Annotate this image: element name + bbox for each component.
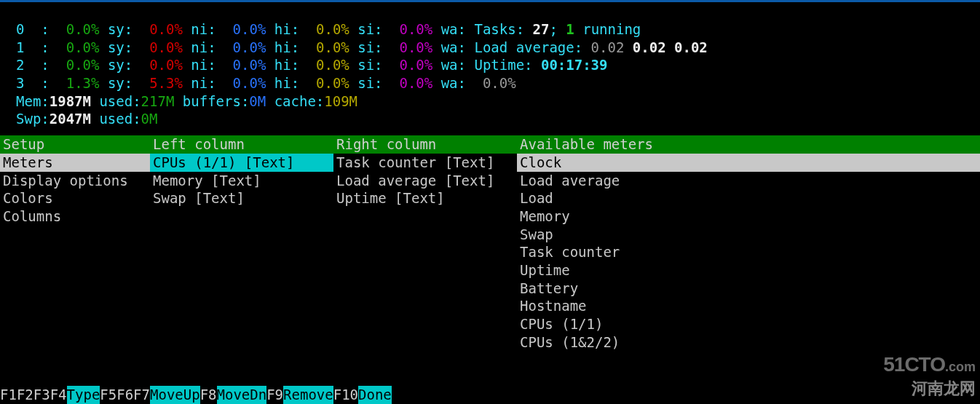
- header-stats: 0 : 0.0% sy: 0.0% ni: 0.0% hi: 0.0% si: …: [0, 0, 980, 128]
- mem-total: 1987M: [50, 93, 91, 109]
- cpu2-hi: 0.0%: [316, 57, 349, 73]
- left-column-item[interactable]: Swap [Text]: [150, 189, 333, 207]
- tasks-running: 1: [566, 21, 574, 37]
- available-meter-item[interactable]: Uptime: [517, 261, 980, 280]
- right-column-item[interactable]: Task counter [Text]: [333, 154, 517, 172]
- cpu1-us: 0.0%: [66, 39, 100, 55]
- watermark-51cto: 51CTO.com: [883, 352, 976, 378]
- mem-used: 217M: [141, 93, 175, 109]
- panel-right-column: Right column Task counter [Text]Load ave…: [333, 135, 517, 207]
- cpu1-si: 0.0%: [399, 39, 432, 55]
- watermark-site: 河南龙网: [912, 379, 976, 400]
- panel-left-header: Left column: [150, 135, 333, 154]
- fkey-f10-action[interactable]: Done: [358, 386, 392, 404]
- left-column-item[interactable]: Memory [Text]: [150, 172, 333, 190]
- fkey-f5: F5: [100, 386, 116, 404]
- available-meter-item[interactable]: Load average: [517, 172, 980, 190]
- cpu3-id: 3: [16, 75, 24, 91]
- available-meter-item[interactable]: CPUs (1/1): [517, 315, 980, 333]
- cpu1-ni: 0.0%: [233, 39, 266, 55]
- panel-right-header: Right column: [333, 135, 517, 154]
- cpu0-ni: 0.0%: [233, 21, 266, 37]
- panel-left-column: Left column CPUs (1/1) [Text]Memory [Tex…: [150, 135, 333, 207]
- available-meter-item[interactable]: Memory: [517, 207, 980, 226]
- load-3: 0.02: [674, 39, 708, 55]
- mem-cache: 109M: [324, 93, 357, 109]
- panel-avail-header: Available meters: [517, 135, 980, 154]
- available-meter-item[interactable]: Clock: [517, 154, 980, 172]
- available-meter-item[interactable]: Swap: [517, 226, 980, 244]
- tasks-total: 27: [533, 21, 550, 37]
- setup-item[interactable]: Colors: [0, 189, 150, 207]
- fkey-f9: F9: [266, 386, 283, 404]
- uptime-value: 00:17:39: [541, 57, 608, 73]
- swp-used: 0M: [141, 111, 158, 127]
- available-meter-item[interactable]: CPUs (1&2/2): [517, 333, 980, 352]
- available-meter-item[interactable]: Task counter: [517, 243, 980, 261]
- cpu0-id: 0: [16, 21, 24, 37]
- cpu1-hi: 0.0%: [316, 39, 349, 55]
- uptime-label: Uptime:: [474, 57, 541, 73]
- panel-available-meters: Available meters ClockLoad averageLoadMe…: [517, 135, 980, 351]
- fkey-f7-action[interactable]: MoveUp: [150, 386, 200, 404]
- cpu3-ni: 0.0%: [233, 75, 266, 91]
- setup-item[interactable]: Meters: [0, 154, 150, 172]
- tasks-label: Tasks:: [474, 21, 532, 37]
- cpu1-id: 1: [16, 39, 24, 55]
- fkey-f1: F1: [0, 386, 17, 404]
- panel-setup: Setup MetersDisplay optionsColorsColumns: [0, 135, 150, 225]
- cpu0-us: 0.0%: [66, 21, 100, 37]
- fkey-f4-action[interactable]: Type: [67, 386, 100, 404]
- mem-label: Mem:: [16, 93, 50, 109]
- cpu2-us: 0.0%: [66, 57, 100, 73]
- cpu3-si: 0.0%: [399, 75, 432, 91]
- cpu2-si: 0.0%: [399, 57, 432, 73]
- cpu0-hi: 0.0%: [316, 21, 349, 37]
- available-meter-item[interactable]: Battery: [517, 280, 980, 298]
- cpu2-sy: 0.0%: [149, 57, 183, 73]
- window-top-border: [0, 0, 980, 2]
- cpu3-sy: 5.3%: [149, 75, 183, 91]
- mem-buffers: 0M: [249, 93, 266, 109]
- cpu3-us: 1.3%: [66, 75, 100, 91]
- left-column-item[interactable]: CPUs (1/1) [Text]: [150, 154, 333, 172]
- load-label: Load average:: [474, 39, 590, 55]
- fkey-f8: F8: [200, 386, 217, 404]
- cpu2-id: 2: [16, 57, 24, 73]
- load-1: 0.02: [591, 39, 625, 55]
- right-column-item[interactable]: Load average [Text]: [333, 172, 517, 190]
- fkey-f8-action[interactable]: MoveDn: [217, 386, 267, 404]
- cpu0-sy: 0.0%: [149, 21, 183, 37]
- fkey-f10: F10: [333, 386, 358, 404]
- available-meter-item[interactable]: Hostname: [517, 297, 980, 315]
- setup-item[interactable]: Columns: [0, 207, 150, 226]
- panel-setup-header: Setup: [0, 135, 150, 154]
- right-column-item[interactable]: Uptime [Text]: [333, 189, 517, 207]
- cpu2-ni: 0.0%: [233, 57, 266, 73]
- cpu3-hi: 0.0%: [316, 75, 349, 91]
- fkey-f7: F7: [133, 386, 150, 404]
- swp-total: 2047M: [50, 111, 91, 127]
- fkey-f6: F6: [116, 386, 133, 404]
- footer-function-keys: F1 F2 F3 F4Type F5 F6 F7MoveUpF8MoveDnF9…: [0, 386, 980, 404]
- setup-item[interactable]: Display options: [0, 172, 150, 190]
- fkey-f2: F2: [17, 386, 33, 404]
- load-2: 0.02: [633, 39, 666, 55]
- setup-panels: Setup MetersDisplay optionsColorsColumns…: [0, 135, 980, 351]
- fkey-f3: F3: [33, 386, 50, 404]
- available-meter-item[interactable]: Load: [517, 189, 980, 207]
- fkey-f9-action[interactable]: Remove: [283, 386, 333, 404]
- fkey-f4: F4: [50, 386, 67, 404]
- cpu3-wa: 0.0%: [483, 75, 516, 91]
- swp-label: Swp:: [16, 111, 50, 127]
- cpu0-si: 0.0%: [399, 21, 432, 37]
- cpu1-sy: 0.0%: [149, 39, 183, 55]
